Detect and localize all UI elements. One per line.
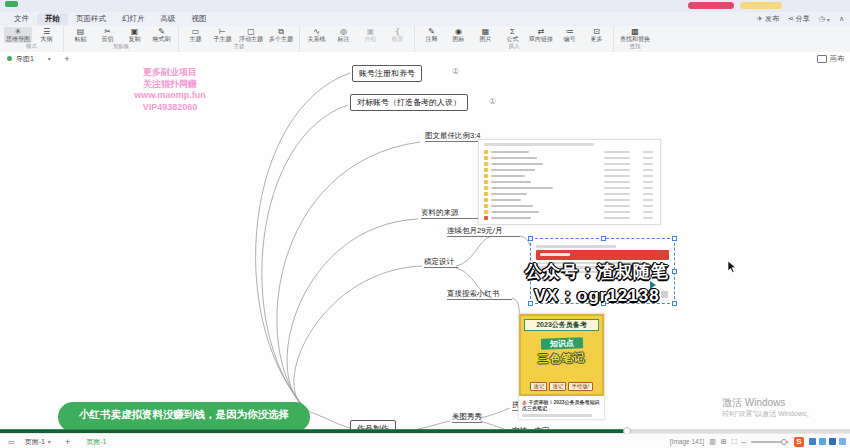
ribbon-button-格式刷[interactable]: ✎格式刷 [149,27,174,43]
ribbon-button-浮动主题[interactable]: ▢浮动主题 [237,27,265,43]
post-screenshot[interactable]: 2023公务员备考 知识点 三色笔记 速记速记手绘版! ♨ 干货来啦！2023公… [518,313,605,420]
page-selector-label: 页面-1 [25,437,45,447]
更多-icon: ⊡ [593,27,600,36]
resize-handle-ne[interactable] [672,236,677,241]
ribbon-button-查找和替换[interactable]: ▩查找和替换 [618,27,652,43]
collapse-ribbon-button[interactable]: ∧ [839,15,844,23]
ribbon-button-多个主题[interactable]: ⧉多个主题 [267,27,295,43]
ribbon-button-注释[interactable]: ✎注释 [419,27,444,43]
node-monthly-subscription[interactable]: 连续包月29元/月 [447,226,520,237]
图标-icon: ◉ [455,27,462,36]
filelist-date-bar [604,157,630,159]
fit-window-icon[interactable]: ⊞ [721,438,727,446]
menu-tab-1[interactable]: 开始 [37,13,68,25]
ribbon-button-剪切[interactable]: ✂剪切 [95,27,120,43]
pages-panel-icon[interactable]: ▭ [8,438,15,446]
filelist-name-bar [491,205,533,207]
ribbon-button-label: 概要 [392,36,404,43]
windows-watermark-line2: 转到"设置"以激活 Windows。 [722,409,813,418]
history-button[interactable]: ◷ ▾ [819,15,830,23]
ribbon-button-图片[interactable]: ▦图片 [473,27,498,43]
node-gaoding-design[interactable]: 稿定设计 [424,257,458,268]
ribbon-button-label: 浮动主题 [239,36,263,43]
ribbon-button-关系线[interactable]: ∿关系线 [304,27,329,43]
ribbon-group-1: ▤粘贴✂剪切▣复制✎格式刷剪贴板 [64,26,179,52]
ribbon-button-粘贴[interactable]: ▤粘贴 [68,27,93,43]
publish-icon: ✈ [757,15,763,23]
node-benchmark-account[interactable]: 对标账号（打造备考的人设） [350,94,468,111]
filelist-date-bar [604,211,630,213]
folder-icon [484,186,488,190]
canvas-panel-toggle[interactable]: 画布 [817,54,844,64]
filelist-name-bar [491,217,531,219]
filelist-size-bar [643,205,653,207]
tray-icon-2[interactable] [819,438,826,445]
book-header: 2023公务员备考 [524,319,599,331]
page-selector[interactable]: 页面-1 ▾ [25,437,51,447]
filelist-date-bar [604,175,630,177]
ribbon-button-编号[interactable]: ≔编号 [557,27,582,43]
add-sheet-button[interactable]: + [64,54,69,64]
ribbon-button-图标[interactable]: ◉图标 [446,27,471,43]
menu-tab-0[interactable]: 文件 [6,13,37,25]
ribbon-button-子主题[interactable]: ⊢子主题 [210,27,235,43]
ribbon-button-双向链接[interactable]: ⇄双向链接 [527,27,555,43]
ribbon-button-大纲[interactable]: ☰大纲 [34,27,59,43]
ribbon-button-外框: ▣外框 [358,27,383,43]
复制-icon: ▣ [131,27,139,36]
sheet-tab-map1[interactable]: 导图1 [16,54,34,64]
central-topic-node[interactable]: 小红书卖虚拟资料没赚到钱，是因为你没选择 [58,402,310,429]
filelist-screenshot[interactable] [478,139,661,225]
tray-icon-3[interactable] [829,438,836,445]
ribbon-button-思维导图[interactable]: ✳思维导图 [4,27,32,43]
filelist-name-bar [491,193,527,195]
粘贴-icon: ▤ [77,27,85,36]
menu-tab-4[interactable]: 高级 [153,13,184,25]
ribbon-group-label: 插入 [419,43,609,50]
zoom-slider[interactable] [751,441,789,443]
mindmap-canvas[interactable]: 更多副业项目关注猫扑网赚www.maomp.funVIP49382060 小红书… [0,65,850,429]
ribbon-button-标注[interactable]: ◎标注 [331,27,356,43]
post-caption: ♨ 干货来啦！2023公务员备考知识点三色笔记 [519,396,604,419]
ribbon-button-公式[interactable]: Σ公式 [500,27,525,43]
contact-watermark-line1: 公众号：渣叔随笔 [462,260,732,284]
share-button[interactable]: ⋖ 分享 [788,14,810,24]
tray-icon-1[interactable] [809,438,816,445]
menu-tab-5[interactable]: 视图 [184,13,215,25]
zoom-out-button[interactable]: – [742,437,746,446]
resize-handle-nw[interactable] [528,236,533,241]
folder-icon [484,210,488,214]
numbering-badge-icon: ① [452,67,459,76]
ribbon-button-复制[interactable]: ▣复制 [122,27,147,43]
titlebar-badge-red[interactable] [688,2,734,9]
tray-icon-4[interactable] [839,438,846,445]
node-account-register[interactable]: 账号注册和养号 [352,65,422,82]
ribbon: ✳思维导图☰大纲模式▤粘贴✂剪切▣复制✎格式刷剪贴板▭主题⊢子主题▢浮动主题⧉多… [0,26,850,53]
layout-view-icon[interactable]: ▥ [709,438,716,446]
filelist-size-bar [643,157,653,159]
publish-button[interactable]: ✈ 发布 [757,14,779,24]
sogou-input-icon[interactable]: S [794,437,804,447]
publish-label: 发布 [765,14,779,24]
filelist-size-bar [643,211,653,213]
node-content-production[interactable]: 作品制作 [350,420,396,429]
titlebar-badge-yellow[interactable] [740,2,782,9]
menu-tab-2[interactable]: 页面样式 [68,13,114,25]
history-caret-icon: ▾ [827,16,830,23]
post-caption-text: 干货来啦！2023公务员备考知识点三色笔记 [522,399,600,411]
course-watermark-line4: VIP49382060 [100,102,240,114]
resize-handle-n[interactable] [601,236,606,241]
fullscreen-icon[interactable]: ⛶ [732,438,737,446]
share-icon: ⋖ [788,15,794,23]
filelist-name-bar [491,157,537,159]
ribbon-button-label: 复制 [129,36,141,43]
course-watermark-line1: 更多副业项目 [100,67,240,79]
ribbon-button-主题[interactable]: ▭主题 [183,27,208,43]
zoom-slider-knob[interactable] [781,439,787,445]
menu-tab-3[interactable]: 幻灯片 [114,13,153,25]
主题-icon: ▭ [192,27,200,36]
ribbon-button-label: 关系线 [308,36,326,43]
ribbon-button-更多[interactable]: ⊡更多 [584,27,609,43]
node-meitu-app[interactable]: 美图秀秀 [452,412,482,423]
add-page-button[interactable]: + [65,437,70,447]
